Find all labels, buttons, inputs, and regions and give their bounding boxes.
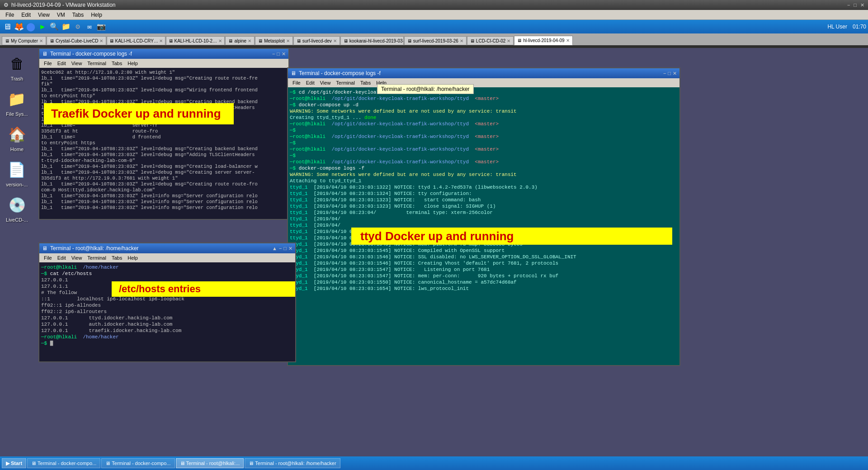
maximize-button[interactable]: □ <box>854 2 857 8</box>
chrome-icon[interactable]: ⬤ <box>25 21 36 32</box>
taskbar-terminal-3[interactable]: 🖥Terminal - root@hlkali:... <box>176 458 244 468</box>
username: HL User <box>827 24 847 30</box>
tab-hl-livecd-active[interactable]: 🖥hl-livecd-2019-04-09✕ <box>514 36 572 45</box>
t3-l9: 127.0.0.1 ttyd.idocker.hacking-lab.com <box>41 315 293 321</box>
terminal-titlebar-3: 🖥 Terminal - root@hlkali: /home/hacker ▲… <box>39 243 295 253</box>
terminal-hacker-home[interactable]: 🖥 Terminal - root@hlkali: /home/hacker ▲… <box>38 242 296 362</box>
t2-l20: ttyd_1 [2019/04/10 08:23:04/ terminal ty… <box>290 209 678 216</box>
t2-l29: ttyd_1 [2019/04/10 08:23:03:1547] NOTICE… <box>290 266 678 273</box>
taskbar-terminal-2[interactable]: 🖥Terminal - docker-compo... <box>101 458 175 468</box>
tab-kali-lcd[interactable]: 🖥KALI-HL-LCD-10-22-vmware-...✕ <box>166 36 225 45</box>
term1-line-2: lb_1 time="2019-04-10T08:23:03Z" level=d… <box>41 76 287 81</box>
t2-l11: ─$ <box>290 152 678 159</box>
tmenu-edit-1[interactable]: Edit <box>55 60 69 66</box>
t2-l1: ─$ cd /opt/git/docker-keycloak-traefik-w… <box>290 89 678 95</box>
tab-metasploit[interactable]: 🖥Metasploit✕ <box>255 36 293 45</box>
term3-minimize[interactable]: − <box>279 246 282 252</box>
term1-line-14: lb_1 time="2019-04-10T08:23:03Z" level=d… <box>41 146 287 152</box>
terminal-titlebar-1: 🖥 Terminal - docker-compose logs -f − □ … <box>39 49 288 59</box>
terminal-icon-2: 🖥 <box>291 70 296 76</box>
term1-line-4: lb_1 time="2019-04-10T08:23:03Z" level=d… <box>41 87 287 93</box>
tmenu-tabs-2[interactable]: Tabs <box>358 80 373 86</box>
camera-icon[interactable]: 📷 <box>96 21 107 32</box>
version-label: version-... <box>6 182 28 187</box>
term1-close[interactable]: ✕ <box>282 51 286 57</box>
term3-close[interactable]: ✕ <box>288 246 292 252</box>
file-manager-icon[interactable]: 📁 <box>61 21 71 32</box>
version-icon: 📄 <box>6 159 28 181</box>
terminal-docker-logs-1[interactable]: 🖥 Terminal - docker-compose logs -f − □ … <box>38 48 289 220</box>
menu-view[interactable]: View <box>34 11 53 19</box>
minimize-button[interactable]: − <box>847 2 850 8</box>
tmenu-tabs-1[interactable]: Tabs <box>109 60 125 66</box>
menu-help[interactable]: Help <box>87 11 106 19</box>
tab-surf-2019-03-26[interactable]: 🖥surf-livecd-2019-03-26✕ <box>404 36 467 45</box>
tmenu-view-3[interactable]: View <box>69 255 85 261</box>
firefox-icon[interactable]: 🦊 <box>14 21 24 32</box>
tmenu-edit-3[interactable]: Edit <box>55 255 69 261</box>
terminal-icon[interactable]: ▶ <box>37 21 48 32</box>
tmenu-file-2[interactable]: File <box>290 80 303 86</box>
menu-tabs[interactable]: Tabs <box>69 11 87 19</box>
tmenu-file-3[interactable]: File <box>41 255 55 261</box>
hosts-annotation: /etc/hosts entries <box>112 281 295 297</box>
term2-minimize[interactable]: − <box>663 71 666 76</box>
tmenu-view-2[interactable]: View <box>317 80 334 86</box>
home-icon-desktop[interactable]: 🏠 Home <box>5 122 30 154</box>
menu-vm[interactable]: VM <box>53 11 69 19</box>
term1-minimize[interactable]: − <box>272 51 275 57</box>
tab-my-computer[interactable]: 🖥My Computer✕ <box>2 36 46 45</box>
tmenu-terminal-3[interactable]: Terminal <box>85 255 109 261</box>
tab-kali-crystal[interactable]: 🖥KALI-HL-LCD-CRYSTAL-11-01-...✕ <box>107 36 165 45</box>
term1-maximize[interactable]: □ <box>277 51 280 57</box>
terminal-body-3: ─root@hlkali /home/hacker ─$ cat /etc/ho… <box>39 262 295 361</box>
my-computer-icon[interactable]: 🖥 <box>2 21 13 32</box>
terminal-docker-logs-2[interactable]: 🖥 Terminal - docker-compose logs -f − □ … <box>287 67 680 366</box>
file-system-label: File Sys... <box>6 111 28 117</box>
trash-icon-desktop[interactable]: 🗑 Trash <box>5 52 30 83</box>
tmenu-terminal-1[interactable]: Terminal <box>85 60 109 66</box>
taskbar-btn-start[interactable]: ▶Start <box>2 458 26 468</box>
terminal-body-2: ─$ cd /opt/git/docker-keycloak-traefik-w… <box>288 87 679 365</box>
term1-line-24: lb_1 time="2019-04-10T08:23:03Z" level=i… <box>41 205 287 211</box>
livecd-icon-desktop[interactable]: 💿 LiveCD-... <box>4 193 30 224</box>
tmenu-view-1[interactable]: View <box>69 60 85 66</box>
tab-lcd-ci-cd[interactable]: 🖥LCD-CI-CD-02✕ <box>467 36 514 45</box>
file-system-icon-desktop[interactable]: 📁 File Sys... <box>4 87 29 119</box>
mail-icon[interactable]: ✉ <box>84 21 95 32</box>
term2-maximize[interactable]: □ <box>668 71 671 76</box>
taskbar-terminal-1[interactable]: 🖥Terminal - docker-compo... <box>27 458 100 468</box>
t2-l6: ─root@hlkali /opt/git/docker-keycloak-tr… <box>290 121 678 127</box>
term3-scrollup[interactable]: ▲ <box>272 246 277 252</box>
tmenu-help-3[interactable]: Help <box>125 255 141 261</box>
tab-bar: 🖥My Computer✕ 🖥Crystal-Cube-LiveCD✕ 🖥KAL… <box>0 33 868 45</box>
tab-crystal-cube[interactable]: 🖥Crystal-Cube-LiveCD✕ <box>47 36 106 45</box>
tmenu-file-1[interactable]: File <box>41 60 55 66</box>
t2-l16: ttyd_1 [2019/04/10 08:23:03:1322] NOTICE… <box>290 184 678 190</box>
tmenu-terminal-2[interactable]: Terminal <box>333 80 358 86</box>
t2-l14: WARNING: Some networks were defined but … <box>290 171 678 178</box>
taskbar-terminal-4[interactable]: 🖥Terminal - root@hlkali: /home/hacker <box>245 458 340 468</box>
version-icon-desktop[interactable]: 📄 version-... <box>4 157 29 189</box>
tmenu-tabs-3[interactable]: Tabs <box>109 255 125 261</box>
close-button[interactable]: ✕ <box>860 2 864 8</box>
t2-l2: ─root@hlkali /opt/git/docker-keycloak-tr… <box>290 95 678 102</box>
tmenu-edit-2[interactable]: Edit <box>303 80 317 86</box>
tab-surf-livecd-dev[interactable]: 🖥surf-livecd-dev✕ <box>293 36 340 45</box>
terminal-title-1: Terminal - docker-compose logs -f <box>50 51 132 57</box>
vmware-icon: ⚙ <box>4 2 9 8</box>
tab-kookarai[interactable]: 🖥kookarai-hl-livecd-2019-03-21✕ <box>340 36 404 45</box>
menu-edit[interactable]: Edit <box>18 11 34 19</box>
home-label: Home <box>10 147 24 152</box>
title-bar-controls[interactable]: − □ ✕ <box>847 2 864 8</box>
terminal-menubar-2: File Edit View Terminal Tabs Help <box>288 78 679 87</box>
tab-alpine[interactable]: 🖥alpine✕ <box>225 36 255 45</box>
term1-line-1: 9cebc062 at http://172.18.0.2:80 with we… <box>41 70 287 76</box>
term2-close[interactable]: ✕ <box>673 71 677 76</box>
search-icon[interactable]: 🔍 <box>49 21 60 32</box>
settings-icon[interactable]: ⚙ <box>72 21 83 32</box>
tmenu-help-1[interactable]: Help <box>125 60 141 66</box>
menu-file[interactable]: File <box>2 11 18 19</box>
home-icon: 🏠 <box>6 124 28 146</box>
term3-maximize[interactable]: □ <box>283 246 287 252</box>
